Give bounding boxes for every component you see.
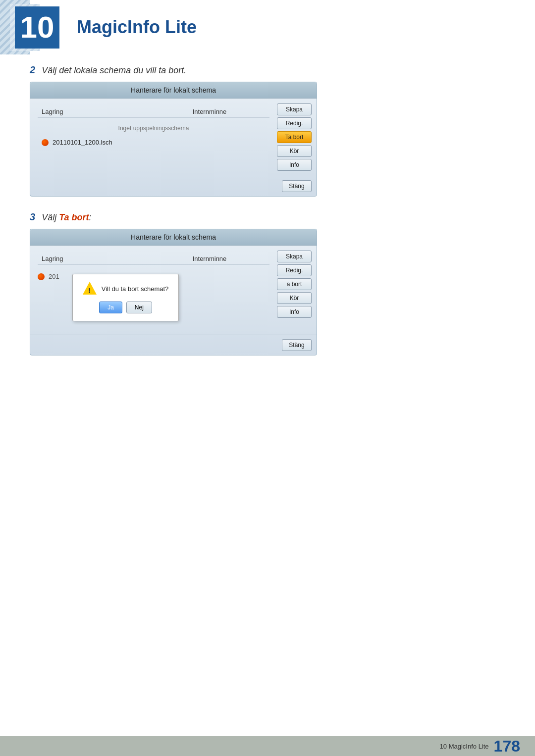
chapter-number: 10 <box>20 12 54 43</box>
dialog2-title: Hanterare för lokalt schema <box>30 229 317 246</box>
footer-page-number: 178 <box>494 737 520 756</box>
schedule-partial: 201 <box>49 273 59 280</box>
col-lagring-1: Lagring <box>42 108 154 115</box>
dialog1-title: Hanterare för lokalt schema <box>30 82 317 99</box>
confirm-text: Vill du ta bort schemat? <box>102 285 169 293</box>
btn-nej[interactable]: Nej <box>126 302 152 313</box>
chapter-number-box: 10 <box>15 6 59 49</box>
main-content: 2 Välj det lokala schema du vill ta bort… <box>30 64 505 370</box>
btn-kor-2[interactable]: Kör <box>277 292 312 304</box>
step3-section: 3 Välj Ta bort: Hanterare för lokalt sch… <box>30 211 505 355</box>
dialog2-table-header: Lagring Internminne <box>38 253 269 265</box>
schedule-item-2: 201 <box>38 270 63 283</box>
footer-text: 10 MagicInfo Lite <box>440 743 489 750</box>
page-header: 10 MagicInfo Lite <box>0 0 535 54</box>
schedule-name-1: 20110101_1200.lsch <box>53 139 112 146</box>
dialog2-buttons: Skapa Redig. a bort Kör Info <box>277 251 312 330</box>
confirm-dialog: ! Vill du ta bort schemat? Ja Nej <box>72 274 179 321</box>
btn-redig-1[interactable]: Redig. <box>277 117 312 129</box>
dialog1-content: Lagring Internminne Inget uppspelningssc… <box>30 99 317 176</box>
step2-label: 2 Välj det lokala schema du vill ta bort… <box>30 64 505 76</box>
btn-tabort-1[interactable]: Ta bort <box>277 131 312 143</box>
dialog1-buttons: Skapa Redig. Ta bort Kör Info <box>277 103 312 171</box>
step2-text: Välj det lokala schema du vill ta bort. <box>42 65 186 75</box>
step3-colon: : <box>89 212 91 222</box>
btn-kor-1[interactable]: Kör <box>277 145 312 157</box>
btn-skapa-2[interactable]: Skapa <box>277 251 312 262</box>
warning-exclaim: ! <box>88 287 91 295</box>
schedule-item-1[interactable]: 20110101_1200.lsch <box>38 136 269 149</box>
btn-info-2[interactable]: Info <box>277 306 312 318</box>
page-footer: 10 MagicInfo Lite 178 <box>0 736 535 756</box>
btn-ja[interactable]: Ja <box>99 302 122 313</box>
dialog2: Hanterare för lokalt schema Lagring Inte… <box>30 229 317 355</box>
dialog2-content: Lagring Internminne 201 <box>30 246 317 335</box>
btn-info-1[interactable]: Info <box>277 159 312 171</box>
btn-stang-2[interactable]: Stäng <box>282 339 312 351</box>
col-internminne-2: Internminne <box>154 255 266 262</box>
btn-skapa-1[interactable]: Skapa <box>277 103 312 115</box>
dialog1-footer: Stäng <box>30 176 317 196</box>
btn-abort-2[interactable]: a bort <box>277 278 312 290</box>
chapter-block: 10 <box>10 4 69 51</box>
dialog1-main: Lagring Internminne Inget uppspelningssc… <box>35 103 272 171</box>
step3-highlight: Ta bort <box>59 212 89 222</box>
col-lagring-2: Lagring <box>42 255 154 262</box>
chapter-title: MagicInfo Lite <box>77 17 197 38</box>
dialog1: Hanterare för lokalt schema Lagring Inte… <box>30 82 317 197</box>
step3-text-before: Välj <box>42 212 59 222</box>
btn-stang-1[interactable]: Stäng <box>282 180 312 192</box>
btn-redig-2[interactable]: Redig. <box>277 264 312 276</box>
dialog2-footer: Stäng <box>30 335 317 355</box>
dialog2-main: Lagring Internminne 201 <box>35 251 272 330</box>
confirm-row: ! Vill du ta bort schemat? <box>83 282 169 296</box>
step2-section: 2 Välj det lokala schema du vill ta bort… <box>30 64 505 197</box>
step3-number: 3 <box>30 211 35 222</box>
step2-number: 2 <box>30 64 35 75</box>
confirm-buttons: Ja Nej <box>83 302 169 313</box>
schedule-icon-1 <box>42 139 49 146</box>
no-schedule-text: Inget uppspelningsschema <box>38 121 269 136</box>
col-internminne-1: Internminne <box>154 108 266 115</box>
step3-label: 3 Välj Ta bort: <box>30 211 505 223</box>
dialog1-table-header: Lagring Internminne <box>38 106 269 118</box>
warning-icon: ! <box>83 282 97 296</box>
schedule-icon-2 <box>38 273 45 280</box>
